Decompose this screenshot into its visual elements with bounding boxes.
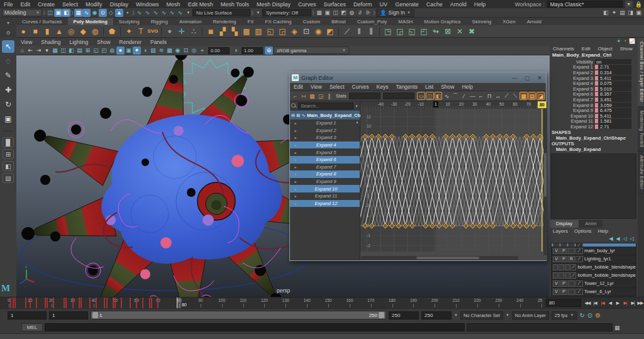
wireframe-icon[interactable]: ◍: [108, 47, 116, 55]
layer-editor-menu-options[interactable]: Options: [571, 228, 595, 234]
mask-dropdown-icon[interactable]: ▼: [184, 9, 192, 17]
channel-value-field[interactable]: 6.475: [599, 108, 631, 113]
menu-windows[interactable]: Windows: [132, 1, 163, 8]
menu-deform[interactable]: Deform: [350, 1, 376, 8]
gate-mask-icon[interactable]: ▤: [75, 47, 84, 55]
make-live-icon[interactable]: ▲: [115, 9, 123, 17]
animation-prefs-icon[interactable]: ⚙: [595, 312, 601, 319]
symmetry-field[interactable]: Symmetry: Off: [262, 9, 311, 16]
safe-action-icon[interactable]: ◱: [92, 47, 100, 55]
layer-display-mode-toggle[interactable]: [565, 272, 570, 279]
output-node-name[interactable]: Main_Body_Expand: [550, 147, 638, 152]
attribute-editor-toggle-icon[interactable]: ▤: [618, 9, 626, 17]
channel-mute-icon[interactable]: ▸: [290, 201, 301, 206]
select-hierarchy-icon[interactable]: ◫: [46, 9, 54, 17]
layer-visible-toggle[interactable]: [553, 264, 558, 270]
isolate-select-icon[interactable]: ⊡: [182, 47, 190, 55]
layer-tab-display[interactable]: Display: [550, 220, 579, 228]
sculpt-cross-icon[interactable]: ✖: [466, 26, 477, 37]
retime-tool-icon[interactable]: ∥: [325, 92, 333, 100]
layer-color-icon[interactable]: ∕: [575, 289, 583, 295]
graph-channel-row[interactable]: ▸Expand 2: [290, 127, 360, 135]
lock-selection-icon[interactable]: ▪: [123, 9, 131, 17]
menu-mesh-display[interactable]: Mesh Display: [253, 1, 294, 8]
bookmark-icon[interactable]: ▾: [43, 47, 51, 55]
edit-edge-flow-icon[interactable]: ⟋: [341, 26, 353, 37]
normalized-view-icon[interactable]: ◧: [435, 92, 443, 100]
channel-value-field[interactable]: 5.019: [599, 86, 631, 91]
layer-tab-anim[interactable]: Anim: [579, 220, 602, 228]
layout-single-pane[interactable]: ▉: [3, 137, 14, 147]
menu-file[interactable]: File: [0, 1, 17, 8]
channel-mute-icon[interactable]: ▸: [290, 121, 301, 125]
channel-mute-icon[interactable]: ▸: [290, 187, 301, 191]
go-to-end-button[interactable]: ▶▶: [636, 301, 644, 306]
break-tangent-icon[interactable]: ⟋: [502, 92, 511, 100]
sculpt-grid-icon[interactable]: ⊠: [442, 26, 453, 37]
graph-editor-menu-keys[interactable]: Keys: [373, 84, 392, 90]
graph-editor-menu-view[interactable]: View: [307, 84, 326, 90]
field-chart-icon[interactable]: ⊞: [84, 47, 92, 55]
side-tab-modeling-toolkit[interactable]: Modeling Toolkit: [638, 107, 644, 152]
absolute-view-icon[interactable]: ▭: [417, 92, 425, 100]
workspace-lock-icon[interactable]: 🔒: [635, 1, 642, 8]
layer-display-mode-toggle[interactable]: R: [568, 256, 575, 262]
layer-color-icon[interactable]: ∕: [575, 281, 583, 287]
channel-mute-icon[interactable]: ▸: [290, 194, 301, 198]
camera-next-icon[interactable]: ⇥: [35, 47, 43, 55]
graph-icon[interactable]: 📈: [629, 38, 635, 44]
insert-edge-loop-icon[interactable]: ⫴: [353, 26, 365, 37]
flat-tangent-icon[interactable]: —: [469, 92, 477, 100]
paint-select-tool[interactable]: ✎: [2, 69, 14, 82]
mask-curve-4-icon[interactable]: ∿: [160, 9, 168, 17]
move-nearest-key-icon[interactable]: ⌐: [291, 92, 299, 100]
layer-playback-toggle[interactable]: [558, 272, 564, 279]
region-tool-icon[interactable]: ◲: [317, 92, 325, 100]
render-view-icon[interactable]: ▦: [315, 9, 323, 17]
graph-editor-menu-curves[interactable]: Curves: [348, 84, 373, 90]
poly-sphere-icon[interactable]: ●: [18, 26, 29, 37]
layer-visible-toggle[interactable]: V: [553, 281, 560, 287]
character-set-icon[interactable]: ✦: [616, 38, 621, 44]
sculpt-flow-icon[interactable]: ↬: [430, 26, 441, 37]
shaded-icon[interactable]: ●: [116, 47, 125, 55]
side-tab-channel-box-layer-editor[interactable]: Channel Box / Layer Editor: [638, 38, 644, 107]
graph-editor-menu-tangents[interactable]: Tangents: [392, 84, 421, 90]
live-surface-field[interactable]: No Live Surface: [192, 9, 250, 16]
camera-prev-icon[interactable]: ⇤: [26, 47, 35, 55]
snap-center-icon[interactable]: ⊙: [99, 9, 107, 17]
playback-range-bar[interactable]: 1 250: [91, 311, 386, 320]
menu-uv[interactable]: UV: [376, 1, 392, 8]
menu-edit-mesh[interactable]: Edit Mesh: [184, 1, 217, 8]
sculpt-face-icon[interactable]: ◲: [394, 26, 406, 37]
channel-box-menu-show[interactable]: Show: [617, 46, 636, 52]
graph-channel-row[interactable]: ▸Expand 7: [290, 164, 360, 171]
channel-mute-icon[interactable]: ▸: [290, 172, 301, 176]
hypershade-icon[interactable]: ◩: [340, 9, 348, 17]
graph-channel-row[interactable]: ▸Expand 10: [290, 185, 360, 192]
layer-playback-toggle[interactable]: P: [560, 289, 567, 295]
go-to-start-button[interactable]: ◀◀: [584, 301, 591, 306]
shape-node-name[interactable]: Main_Body_Expand_CtrlShape: [550, 135, 638, 141]
speed-ramp-icon[interactable]: ◔: [623, 38, 626, 44]
layer-row[interactable]: VP∕Tower_12_Lyr: [552, 280, 636, 288]
layer-color-icon[interactable]: ∕: [570, 264, 576, 270]
graph-channel-row[interactable]: ▸Expand 3: [290, 134, 360, 142]
layer-color-icon[interactable]: ∕: [575, 256, 583, 262]
channel-value-field[interactable]: 1.581: [599, 119, 631, 124]
mel-input-field[interactable]: [45, 323, 465, 331]
shelf-tab-xgen[interactable]: XGen: [497, 18, 521, 25]
quad-draw-icon[interactable]: ⊡: [301, 26, 312, 37]
layer-display-mode-toggle[interactable]: [568, 281, 575, 287]
linear-tangent-icon[interactable]: ∕: [460, 92, 468, 100]
sculpt-knife-icon[interactable]: ✕: [454, 26, 465, 37]
graph-horizontal-scrollbar[interactable]: [361, 256, 518, 260]
shelf-tab-motion-graphics[interactable]: Motion Graphics: [418, 18, 466, 25]
scale-tool[interactable]: ▣: [2, 113, 14, 125]
exposure-field[interactable]: 0.00: [208, 47, 230, 54]
layer-visible-toggle[interactable]: V: [553, 256, 560, 262]
channel-value-field[interactable]: 0.075: [599, 81, 631, 86]
separate-icon[interactable]: ▚: [229, 26, 240, 37]
motion-blur-icon[interactable]: ≋: [157, 47, 165, 55]
layer-visible-toggle[interactable]: V: [553, 289, 560, 295]
